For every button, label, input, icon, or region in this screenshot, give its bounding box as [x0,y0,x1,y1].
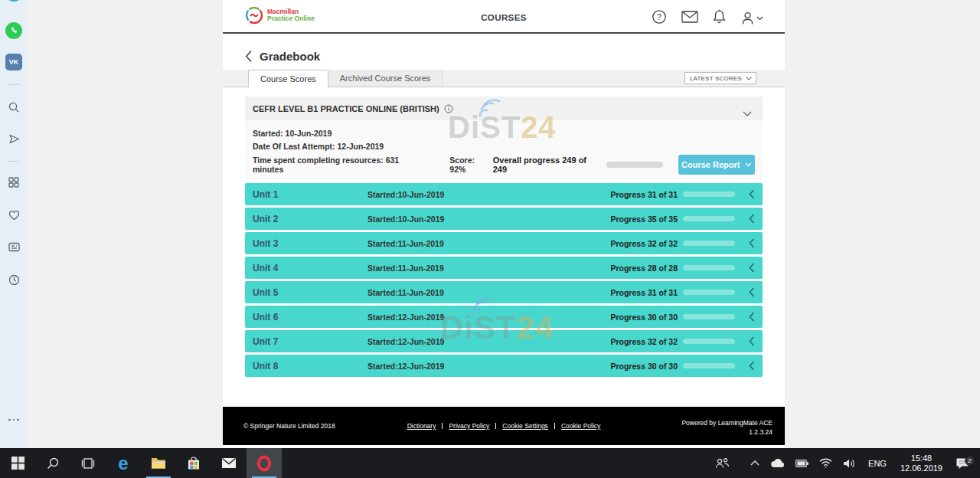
unit-row[interactable]: Unit 8 Started:12-Jun-2019 Progress 30 o… [245,355,763,377]
telegram-icon[interactable] [0,0,28,10]
date: 12.06.2019 [900,463,942,473]
unit-started: Started:12-Jun-2019 [368,362,597,371]
unit-progress-bar [683,216,735,221]
unit-name: Unit 8 [245,361,368,372]
expand-chevron-icon[interactable] [749,238,755,248]
sidebar-divider [8,84,19,85]
unit-name: Unit 1 [245,189,368,200]
windows-taskbar: e [0,448,980,478]
unit-name: Unit 2 [245,214,368,224]
taskbar-mail-icon[interactable] [211,448,247,478]
start-icon[interactable] [0,448,35,478]
unit-progress-label: Progress 28 of 28 [610,264,678,273]
screen: VK [0,0,980,478]
opera-icon[interactable] [247,448,282,478]
onedrive-cloud-icon[interactable] [765,458,790,468]
whatsapp-icon[interactable] [0,22,28,39]
unit-row[interactable]: Unit 3 Started:11-Jun-2019 Progress 32 o… [245,232,763,254]
latest-scores-dropdown[interactable]: LATEST SCORES [684,72,756,84]
unit-progress-bar [683,314,735,319]
course-started: Started: 10-Jun-2019 [253,129,755,138]
site-footer: © Springer Nature Limited 2018 Dictionar… [223,407,785,445]
task-view-icon[interactable] [70,448,106,478]
news-icon[interactable] [0,240,28,254]
course-card-header[interactable]: CEFR LEVEL B1 PRACTICE ONLINE (BRITISH) [245,97,763,120]
unit-progress-label: Progress 35 of 35 [610,214,678,224]
overall-progress-label: Overall progress 249 of 249 [493,156,603,174]
collapse-chevron-icon[interactable] [743,106,752,120]
unit-started: Started:10-Jun-2019 [368,214,597,224]
more-icon[interactable] [0,416,28,424]
course-title: CEFR LEVEL B1 PRACTICE ONLINE (BRITISH) [253,104,439,113]
unit-progress-label: Progress 32 of 32 [610,337,678,346]
notification-badge: 2 [965,456,975,466]
svg-text:?: ? [657,12,662,21]
unit-progress-bar [683,290,735,295]
info-icon[interactable] [444,104,453,113]
clock[interactable]: 15:48 12.06.2019 [893,453,949,473]
unit-row[interactable]: Unit 7 Started:12-Jun-2019 Progress 32 o… [245,330,763,352]
dropdown-value: LATEST SCORES [690,75,742,82]
unit-name: Unit 3 [245,238,368,249]
back-button[interactable] [245,50,253,63]
unit-progress-label: Progress 32 of 32 [610,239,678,248]
wifi-icon[interactable] [814,458,838,468]
course-time-spent: Time spent completing resources: 631 min… [253,156,431,174]
battery-icon[interactable] [790,460,814,467]
chevron-down-icon [745,162,752,167]
expand-chevron-icon[interactable] [749,361,755,371]
footer-link[interactable]: Cookie Policy [561,422,601,430]
people-icon[interactable] [710,457,745,469]
account-icon[interactable] [740,11,763,26]
tab-bar: Course Scores Archived Course Scores LAT… [223,70,785,87]
course-score: Score: 92% [449,156,492,174]
unit-started: Started:11-Jun-2019 [368,239,597,248]
expand-chevron-icon[interactable] [749,263,755,273]
course-details: Started: 10-Jun-2019 Date Of Last Attemp… [245,120,763,179]
footer-link[interactable]: Privacy Policy [449,422,502,430]
help-icon[interactable]: ? [652,9,667,28]
unit-name: Unit 6 [245,312,368,322]
language-indicator[interactable]: ENG [861,459,893,468]
action-center-icon[interactable]: 2 [949,457,980,470]
notifications-icon[interactable] [713,9,726,28]
mail-icon[interactable] [681,11,698,26]
unit-progress-label: Progress 31 of 31 [610,288,678,297]
unit-started: Started:11-Jun-2019 [368,288,597,297]
page-title: Gradebook [260,50,320,63]
unit-progress-label: Progress 31 of 31 [610,190,678,199]
unit-row[interactable]: Unit 4 Started:11-Jun-2019 Progress 28 o… [245,257,763,279]
speed-dial-icon[interactable] [0,175,28,189]
course-card: CEFR LEVEL B1 PRACTICE ONLINE (BRITISH) … [245,97,763,179]
unit-row[interactable]: Unit 2 Started:10-Jun-2019 Progress 35 o… [245,208,763,230]
unit-row[interactable]: Unit 6 Started:12-Jun-2019 Progress 30 o… [245,306,763,328]
vk-icon[interactable]: VK [0,54,28,70]
course-report-button[interactable]: Course Report [678,155,755,175]
expand-chevron-icon[interactable] [749,312,755,322]
unit-started: Started:12-Jun-2019 [368,313,597,322]
footer-link[interactable]: Cookie Settings [502,422,561,430]
search-icon[interactable] [0,100,28,114]
chevron-up-icon[interactable] [745,460,765,466]
edge-icon[interactable]: e [106,448,141,478]
history-icon[interactable] [0,273,28,286]
footer-link[interactable]: Dictionary [407,422,449,430]
bookmarks-icon[interactable] [0,208,28,222]
file-explorer-icon[interactable] [141,448,176,478]
tab-course-scores[interactable]: Course Scores [248,70,328,87]
expand-chevron-icon[interactable] [749,336,755,346]
volume-icon[interactable] [838,458,861,469]
unit-row[interactable]: Unit 1 Started:10-Jun-2019 Progress 31 o… [245,183,763,205]
store-icon[interactable] [176,448,211,478]
unit-progress-bar [683,192,735,197]
expand-chevron-icon[interactable] [749,214,755,224]
chevron-down-icon [756,16,763,21]
expand-chevron-icon[interactable] [749,287,755,297]
taskbar-search-icon[interactable] [35,448,70,478]
unit-progress-bar [683,265,735,270]
my-flow-icon[interactable] [0,132,28,146]
unit-name: Unit 4 [245,263,368,273]
tab-archived-course-scores[interactable]: Archived Course Scores [328,70,443,87]
expand-chevron-icon[interactable] [749,189,755,199]
unit-row[interactable]: Unit 5 Started:11-Jun-2019 Progress 31 o… [245,281,763,303]
